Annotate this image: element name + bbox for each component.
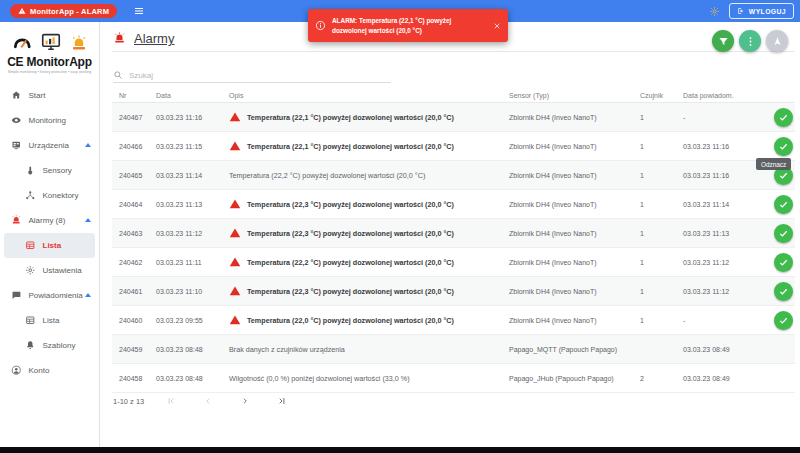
table-row: 24046203.03.23 11:11Temperatura (22,2 °C…: [112, 248, 795, 277]
sidebar-item-urządzenia[interactable]: Urządzenia: [0, 133, 99, 158]
main-content: Alarmy NrDataOpisSensor (Typ)CzujnikData…: [101, 22, 800, 447]
action-cell: [772, 224, 795, 243]
next-page-button[interactable]: [240, 396, 250, 406]
sensor-name: Zbiornik DH4 (Inveo NanoT): [509, 172, 640, 179]
alarm-number: 240466: [112, 143, 156, 150]
acknowledge-button[interactable]: [774, 253, 793, 272]
check-icon: [778, 112, 789, 123]
alarm-description-cell: Brak danych z czujników urządzenia: [229, 345, 509, 354]
pagination: 1-10 z 13: [113, 396, 314, 406]
sidebar-item-lista[interactable]: Lista: [4, 233, 95, 258]
filter-button[interactable]: [712, 30, 734, 52]
notification-date: 03.03.23 11:14: [683, 201, 772, 208]
app-name: CE MonitorApp: [0, 55, 99, 69]
page-first-icon: [166, 396, 176, 406]
alarm-number: 240464: [112, 201, 156, 208]
sidebar-item-monitoring[interactable]: Monitoring: [0, 108, 99, 133]
table-row: 24046303.03.23 11:12Temperatura (22,3 °C…: [112, 219, 795, 248]
acknowledge-button[interactable]: [774, 108, 793, 127]
search-field: [113, 68, 391, 83]
sidebar-item-sensory[interactable]: Sensory: [0, 158, 99, 183]
sidebar-item-szablony[interactable]: Szablony: [0, 333, 99, 358]
check-icon: [778, 257, 789, 268]
logout-button[interactable]: WYLOGUJ: [729, 3, 794, 19]
first-page-button[interactable]: [166, 396, 176, 406]
table-row: 24045803.03.23 08:48Wilgotność (0,0 %) p…: [112, 364, 795, 393]
sidebar-item-label: Sensory: [43, 166, 72, 175]
sensor-count: 2: [640, 375, 683, 382]
acknowledge-button[interactable]: [774, 224, 793, 243]
check-icon: [778, 286, 789, 297]
toast-text: ALARM: Temperatura (22,1 °C) powyżej doz…: [332, 16, 487, 35]
logout-label: WYLOGUJ: [749, 8, 786, 15]
acknowledge-button[interactable]: [774, 195, 793, 214]
action-cell: [772, 137, 795, 156]
alarm-description: Temperatura (22,2 °C) powyżej dozwolonej…: [229, 171, 425, 180]
settings-icon[interactable]: [709, 6, 720, 17]
alarm-description: Temperatura (22,1 °C) powyżej dozwolonej…: [247, 113, 454, 122]
last-page-button[interactable]: [277, 396, 287, 406]
gear-icon: [25, 265, 36, 276]
sidebar-item-label: Alarmy (8): [29, 216, 66, 225]
search-input[interactable]: [129, 71, 369, 80]
alarm-date: 03.03.23 08:48: [156, 346, 229, 353]
prev-page-button[interactable]: [203, 396, 213, 406]
sensor-count: 1: [640, 143, 683, 150]
sidebar-item-label: Start: [29, 91, 46, 100]
alarm-status-badge[interactable]: MonitorApp - ALARM: [10, 4, 117, 18]
sensor-name: Papago_MQTT (Papouch Papago): [509, 346, 640, 353]
alarms-table: NrDataOpisSensor (Typ)CzujnikData powiad…: [112, 88, 795, 393]
acknowledge-button[interactable]: [774, 282, 793, 301]
column-header: Opis: [229, 92, 509, 99]
sidebar-menu: StartMonitoringUrządzeniaSensoryKonektor…: [0, 83, 99, 383]
page-title[interactable]: Alarmy: [134, 31, 174, 46]
sidebar-item-lista[interactable]: Lista: [0, 308, 99, 333]
search-icon: [113, 70, 123, 80]
table-header: NrDataOpisSensor (Typ)CzujnikData powiad…: [112, 88, 795, 103]
acknowledge-button[interactable]: [774, 311, 793, 330]
alarm-date: 03.03.23 11:11: [156, 259, 229, 266]
column-header: Data: [156, 92, 229, 99]
sidebar-item-alarmy-8[interactable]: Alarmy (8): [0, 208, 99, 233]
menu-icon[interactable]: [133, 5, 145, 17]
sensor-name: Zbiornik DH4 (Inveo NanoT): [509, 143, 640, 150]
page-last-icon: [277, 396, 287, 406]
acknowledge-button[interactable]: [774, 137, 793, 156]
notification-date: 03.03.23 11:12: [683, 288, 772, 295]
notification-date: 03.03.23 11:16: [683, 143, 772, 150]
table-body: 24046703.03.23 11:16Temperatura (22,1 °C…: [112, 103, 795, 393]
alarm-number: 240458: [112, 375, 156, 382]
sidebar-item-start[interactable]: Start: [0, 83, 99, 108]
action-cell: [772, 311, 795, 330]
action-cell: [772, 108, 795, 127]
sidebar-item-label: Konektory: [43, 191, 79, 200]
sidebar-item-powiadomienia[interactable]: Powiadomienia: [0, 283, 99, 308]
more-button[interactable]: [739, 30, 761, 52]
info-icon: [315, 20, 326, 31]
app-logo: CE MonitorApp Simple monitoring • histor…: [0, 22, 99, 74]
check-icon: [778, 228, 789, 239]
table-row: 24046003.03.23 09:55Temperatura (22,0 °C…: [112, 306, 795, 335]
warning-icon: [229, 256, 241, 268]
close-icon[interactable]: [493, 22, 501, 30]
alarm-number: 240460: [112, 317, 156, 324]
table-row: 24046603.03.23 11:15Temperatura (22,1 °C…: [112, 132, 795, 161]
action-cell: [772, 282, 795, 301]
alarm-status-label: MonitorApp - ALARM: [30, 7, 109, 16]
alarm-date: 03.03.23 11:13: [156, 201, 229, 208]
devices-icon: [11, 140, 22, 151]
collapse-caret-icon: [85, 293, 91, 297]
table-row: 24046403.03.23 11:13Temperatura (22,3 °C…: [112, 190, 795, 219]
alarm-number: 240459: [112, 346, 156, 353]
scroll-top-button[interactable]: [766, 30, 788, 52]
sensor-count: 1: [640, 288, 683, 295]
sidebar-item-konto[interactable]: Konto: [0, 358, 99, 383]
sidebar-item-ustawienia[interactable]: Ustawienia: [0, 258, 99, 283]
divider: [112, 51, 794, 52]
sensor-name: Zbiornik DH4 (Inveo NanoT): [509, 317, 640, 324]
table-row: 24045903.03.23 08:48Brak danych z czujni…: [112, 335, 795, 364]
navigation-icon: [772, 36, 783, 47]
alarm-number: 240465: [112, 172, 156, 179]
sidebar-item-konektory[interactable]: Konektory: [0, 183, 99, 208]
action-cell: [772, 253, 795, 272]
